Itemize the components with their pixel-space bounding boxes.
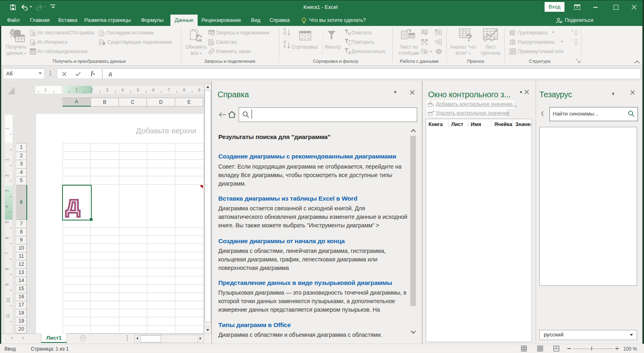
svg-text:А: А (301, 36, 304, 40)
svg-text:?: ? (466, 32, 472, 42)
svg-text:?: ? (429, 101, 432, 104)
svg-text:Я: Я (307, 36, 310, 40)
